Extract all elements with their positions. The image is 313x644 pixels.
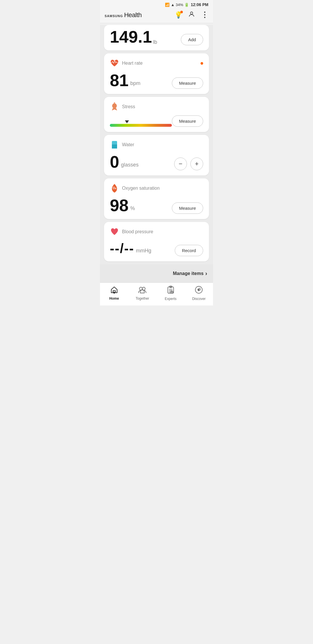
svg-point-0 — [190, 12, 193, 14]
weight-value: 149.1 — [110, 28, 152, 45]
more-icon: ⋮ — [201, 10, 208, 19]
heart-rate-measure-button[interactable]: Measure — [172, 77, 203, 89]
water-card: Water 0 glasses − + — [104, 135, 209, 176]
weight-unit: lb — [153, 39, 157, 45]
brand-name: SAMSUNG — [105, 14, 123, 18]
oxygen-saturation-card: O₂ Oxygen saturation 98 % Measure — [104, 178, 209, 219]
oxygen-body: 98 % Measure — [110, 197, 203, 214]
heart-rate-header: Heart rate — [110, 59, 203, 68]
svg-point-8 — [113, 292, 115, 294]
status-time: 12:06 PM — [191, 2, 208, 7]
stress-bar-container — [110, 122, 172, 127]
nav-discover[interactable]: Discover — [185, 286, 213, 301]
oxygen-value: 98 — [110, 197, 129, 214]
home-label: Home — [109, 296, 119, 301]
oxygen-measure-button[interactable]: Measure — [172, 202, 203, 214]
manage-items-row: Manage items › — [100, 264, 213, 283]
signal-icon: ▲ — [171, 3, 174, 7]
stress-indicator — [125, 120, 129, 123]
notification-dot — [180, 11, 183, 13]
heart-rate-value-row: 81 bpm — [110, 72, 141, 89]
home-icon — [110, 286, 118, 295]
manage-items-chevron: › — [205, 270, 207, 277]
weight-add-button[interactable]: Add — [181, 34, 203, 45]
water-title: Water — [122, 142, 134, 147]
stress-body: Measure — [110, 115, 203, 127]
blood-pressure-body: --/-- mmHg Record — [110, 240, 203, 256]
app-header: SAMSUNG Health 💡 ⋮ — [100, 8, 213, 23]
lightbulb-button[interactable]: 💡 — [174, 11, 182, 19]
app-logo: SAMSUNG Health — [105, 11, 174, 19]
svg-point-3 — [114, 102, 115, 103]
water-controls: − + — [174, 158, 203, 170]
bottom-navigation: Home Together — [100, 283, 213, 305]
bp-value-row: --/-- mmHg — [110, 240, 151, 256]
water-value: 0 — [110, 153, 119, 170]
battery-icon: 🔋 — [184, 3, 189, 7]
heart-rate-unit: bpm — [130, 80, 141, 86]
nav-together[interactable]: Together — [128, 286, 157, 301]
manage-items-label: Manage items — [173, 271, 204, 276]
svg-point-9 — [139, 287, 142, 290]
scroll-area: 149.1 lb Add Heart rate 81 bpm Measure — [100, 25, 213, 283]
discover-icon — [195, 286, 203, 296]
blood-pressure-title: Blood pressure — [122, 229, 153, 234]
blood-pressure-card: Blood pressure --/-- mmHg Record — [104, 222, 209, 261]
water-unit: glasses — [121, 162, 139, 168]
svg-rect-6 — [112, 148, 117, 149]
water-decrement-button[interactable]: − — [174, 158, 187, 170]
oxygen-header: O₂ Oxygen saturation — [110, 184, 203, 193]
stress-bar — [110, 124, 172, 127]
header-actions: 💡 ⋮ — [174, 10, 208, 19]
svg-point-1 — [112, 103, 117, 108]
water-body: 0 glasses − + — [110, 153, 203, 170]
blood-pressure-icon — [110, 227, 119, 236]
water-icon — [110, 140, 119, 149]
blood-pressure-header: Blood pressure — [110, 227, 203, 236]
battery-text: 34% — [176, 3, 183, 7]
blood-pressure-value: --/-- — [110, 240, 134, 256]
stress-title: Stress — [122, 104, 135, 109]
stress-card: Stress Measure — [104, 97, 209, 132]
svg-text:O₂: O₂ — [113, 187, 116, 190]
blood-pressure-record-button[interactable]: Record — [175, 245, 203, 256]
oxygen-icon: O₂ — [110, 184, 119, 193]
app-name: Health — [124, 11, 142, 19]
nav-experts[interactable]: Experts — [156, 286, 185, 301]
profile-button[interactable] — [188, 11, 195, 19]
heart-rate-dot — [201, 62, 203, 65]
svg-rect-5 — [112, 144, 117, 149]
heart-rate-value: 81 — [110, 72, 129, 89]
water-header: Water — [110, 140, 203, 149]
status-icons: 📶 ▲ 34% 🔋 — [165, 3, 189, 7]
weight-card-body: 149.1 lb Add — [110, 28, 203, 45]
heart-rate-icon — [110, 59, 119, 68]
stress-measure-button[interactable]: Measure — [172, 115, 203, 127]
oxygen-title: Oxygen saturation — [122, 186, 160, 191]
wifi-icon: 📶 — [165, 3, 170, 7]
discover-label: Discover — [192, 297, 206, 301]
nav-home[interactable]: Home — [100, 286, 128, 301]
oxygen-value-row: 98 % — [110, 197, 135, 214]
stress-icon — [110, 102, 119, 111]
heart-rate-title: Heart rate — [122, 61, 143, 66]
experts-icon — [167, 286, 174, 296]
blood-pressure-unit: mmHg — [136, 248, 151, 254]
experts-label: Experts — [165, 297, 176, 301]
manage-items-button[interactable]: Manage items › — [173, 270, 207, 277]
status-bar: 📶 ▲ 34% 🔋 12:06 PM — [100, 0, 213, 8]
svg-point-10 — [142, 287, 145, 290]
weight-value-row: 149.1 lb — [110, 28, 157, 45]
heart-rate-card: Heart rate 81 bpm Measure — [104, 53, 209, 94]
stress-header: Stress — [110, 102, 203, 111]
weight-card: 149.1 lb Add — [104, 25, 209, 50]
together-icon — [138, 286, 147, 295]
water-value-row: 0 glasses — [110, 153, 139, 170]
heart-rate-body: 81 bpm Measure — [110, 72, 203, 89]
oxygen-unit: % — [130, 205, 135, 211]
svg-point-21 — [198, 289, 199, 290]
water-increment-button[interactable]: + — [190, 158, 203, 170]
more-menu-button[interactable]: ⋮ — [201, 10, 208, 19]
together-label: Together — [136, 296, 149, 301]
